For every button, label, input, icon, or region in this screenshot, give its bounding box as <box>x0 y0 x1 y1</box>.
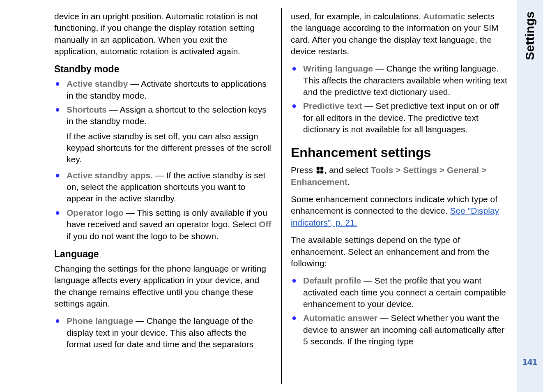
item-label: Shortcuts <box>67 105 107 114</box>
column-right: used, for example, in calculations. Auto… <box>282 8 518 384</box>
and-select-label: , and select <box>324 165 371 175</box>
list-item: Writing language — Change the writing la… <box>291 63 508 98</box>
enhancement-list: Default profile — Set the profile that y… <box>291 275 508 347</box>
nav-period: . <box>347 177 350 187</box>
column-left: device in an upright position. Automatic… <box>45 8 282 384</box>
item-label: Writing language <box>303 64 373 73</box>
side-tab-label: Settings <box>523 12 537 60</box>
list-item: Shortcuts — Assign a shortcut to the sel… <box>54 104 272 127</box>
language-heading: Language <box>54 249 272 260</box>
item-label: Active standby apps. <box>67 171 153 180</box>
list-item: Active standby — Activate shortcuts to a… <box>54 78 272 101</box>
automatic-value: Automatic <box>423 12 465 21</box>
standby-list: Active standby — Activate shortcuts to a… <box>54 78 272 127</box>
page-number: 141 <box>522 357 538 367</box>
svg-rect-1 <box>320 167 323 170</box>
item-label: Predictive text <box>303 101 362 111</box>
enhancement-available-paragraph: The available settings depend on the typ… <box>291 234 508 269</box>
nav-general: General <box>447 165 479 175</box>
list-item: Predictive text — Set predictive text in… <box>291 100 508 135</box>
side-tab: Settings 141 <box>517 0 543 392</box>
list-item: Operator logo — This setting is only ava… <box>54 207 272 242</box>
nav-settings: Settings <box>403 165 437 175</box>
menu-key-icon <box>315 166 324 175</box>
item-label: Phone language <box>67 316 133 325</box>
svg-rect-2 <box>316 171 319 173</box>
nav-enhancement: Enhancement <box>291 177 347 187</box>
enhancement-connectors-paragraph: Some enhancement connectors indicate whi… <box>291 194 508 228</box>
standby-list-cont: Active standby apps. — If the active sta… <box>54 170 272 242</box>
press-label: Press <box>291 165 315 175</box>
nav-sep: > <box>481 165 486 175</box>
language-list: Phone language — Change the language of … <box>54 315 272 350</box>
nav-sep: > <box>439 165 444 175</box>
content-columns: device in an upright position. Automatic… <box>0 0 543 392</box>
enhancement-settings-heading: Enhancement settings <box>291 145 508 160</box>
svg-rect-0 <box>316 167 319 170</box>
svg-rect-3 <box>320 171 323 173</box>
lang-cont-pre: used, for example, in calculations. <box>291 12 423 21</box>
language-continuation: used, for example, in calculations. Auto… <box>291 11 508 57</box>
off-value: Off <box>259 219 271 229</box>
item-label: Default profile <box>303 276 361 285</box>
enhancement-nav-path: Press , and select Tools > Settings > Ge… <box>291 164 508 188</box>
item-label: Active standby <box>67 79 128 88</box>
list-item: Default profile — Set the profile that y… <box>291 275 508 310</box>
nav-tools: Tools <box>371 165 393 175</box>
list-item: Active standby apps. — If the active sta… <box>54 170 272 205</box>
item-label: Operator logo <box>67 208 124 217</box>
list-item: Automatic answer — Select whether you wa… <box>291 312 508 347</box>
language-list-right: Writing language — Change the writing la… <box>291 63 508 135</box>
standby-mode-heading: Standby mode <box>54 64 272 75</box>
page-root: device in an upright position. Automatic… <box>0 0 543 392</box>
item-label: Automatic answer <box>303 313 377 323</box>
standby-extra-note: If the active standby is set off, you ca… <box>54 131 272 166</box>
nav-sep: > <box>396 165 400 175</box>
intro-paragraph: device in an upright position. Automatic… <box>54 11 272 57</box>
list-item: Phone language — Change the language of … <box>54 315 272 350</box>
language-intro: Changing the settings for the phone lang… <box>54 263 272 309</box>
item-text-post: if you do not want the logo to be shown. <box>67 231 219 241</box>
